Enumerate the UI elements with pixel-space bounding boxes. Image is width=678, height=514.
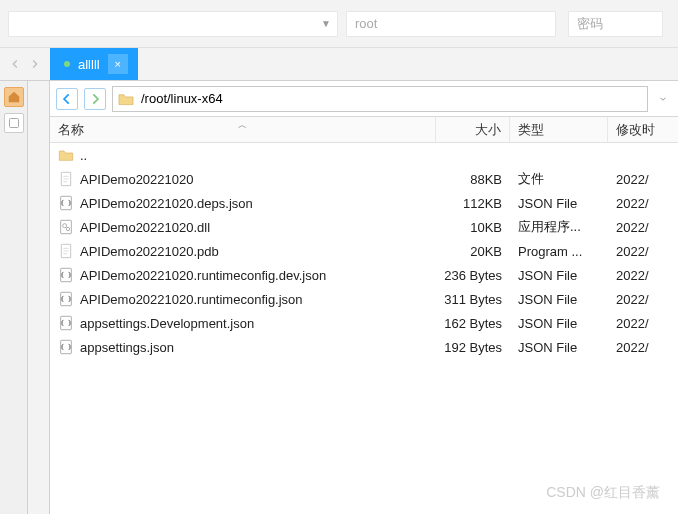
file-type-cell: 文件 (510, 167, 608, 191)
file-icon (58, 243, 74, 259)
column-modified[interactable]: 修改时 (608, 117, 678, 142)
sidebar-secondary-icon[interactable] (4, 113, 24, 133)
file-name: APIDemo20221020.runtimeconfig.json (80, 292, 303, 307)
tab-bar-empty (138, 48, 678, 80)
file-row[interactable]: APIDemo20221020.runtimeconfig.dev.json23… (50, 263, 678, 287)
path-dropdown-button[interactable] (654, 94, 672, 104)
file-date-cell: 2022/ (608, 287, 678, 311)
password-placeholder: 密码 (577, 15, 603, 33)
file-size-cell: 311 Bytes (436, 287, 510, 311)
column-size-label: 大小 (475, 121, 501, 139)
file-row[interactable]: appsettings.Development.json162 BytesJSO… (50, 311, 678, 335)
folder-icon (117, 92, 135, 106)
file-name-cell: appsettings.json (50, 335, 436, 359)
json-icon (58, 339, 74, 355)
json-icon (58, 315, 74, 331)
file-name-cell: APIDemo20221020.pdb (50, 239, 436, 263)
tab-nav-arrows (0, 48, 50, 80)
column-type[interactable]: 类型 (510, 117, 608, 142)
folder-up-icon (58, 147, 74, 163)
file-name-cell: APIDemo20221020.dll (50, 215, 436, 239)
file-size-cell: 88KB (436, 167, 510, 191)
file-type-cell: JSON File (510, 335, 608, 359)
nav-back-button[interactable] (56, 88, 78, 110)
file-name-cell: APIDemo20221020.deps.json (50, 191, 436, 215)
file-date-cell: 2022/ (608, 335, 678, 359)
column-modified-label: 修改时 (616, 121, 655, 139)
file-date-cell: 2022/ (608, 167, 678, 191)
file-date-cell: 2022/ (608, 239, 678, 263)
sidebar-divider (28, 81, 50, 514)
nav-forward-button[interactable] (84, 88, 106, 110)
file-name: appsettings.json (80, 340, 174, 355)
file-date-cell: 2022/ (608, 191, 678, 215)
file-size-cell: 192 Bytes (436, 335, 510, 359)
file-name: APIDemo20221020.dll (80, 220, 210, 235)
column-type-label: 类型 (518, 121, 544, 139)
file-row[interactable]: APIDemo20221020.deps.json112KBJSON File2… (50, 191, 678, 215)
file-name-cell: appsettings.Development.json (50, 311, 436, 335)
tab-label: alllll (78, 57, 100, 72)
file-row[interactable]: .. (50, 143, 678, 167)
file-date-cell: 2022/ (608, 311, 678, 335)
column-size[interactable]: 大小 (436, 117, 510, 142)
file-type-cell: JSON File (510, 263, 608, 287)
svg-rect-0 (9, 119, 18, 128)
file-icon (58, 171, 74, 187)
tab-row: alllll × (0, 48, 678, 80)
tab-next-icon[interactable] (28, 57, 42, 71)
file-type-cell: Program ... (510, 239, 608, 263)
file-name-cell: APIDemo20221020.runtimeconfig.json (50, 287, 436, 311)
tab-prev-icon[interactable] (8, 57, 22, 71)
file-size-cell: 10KB (436, 215, 510, 239)
file-name: APIDemo20221020.pdb (80, 244, 219, 259)
username-input[interactable]: root (346, 11, 556, 37)
password-input[interactable]: 密码 (568, 11, 663, 37)
dropdown-caret-icon: ▼ (321, 18, 331, 29)
sort-ascending-icon: ︿ (238, 119, 247, 132)
file-type-cell (510, 143, 608, 167)
file-size-cell (436, 143, 510, 167)
tab-alllll[interactable]: alllll × (50, 48, 138, 80)
file-name-cell: APIDemo20221020 (50, 167, 436, 191)
path-input[interactable]: /root/linux-x64 (112, 86, 648, 112)
file-date-cell: 2022/ (608, 263, 678, 287)
file-list: ..APIDemo2022102088KB文件2022/APIDemo20221… (50, 143, 678, 514)
file-size-cell: 20KB (436, 239, 510, 263)
top-toolbar: ▼ root 密码 (0, 0, 678, 48)
file-panel: /root/linux-x64 名称 ︿ 大小 类型 修改时 ..APIDemo… (50, 81, 678, 514)
file-name: APIDemo20221020.runtimeconfig.dev.json (80, 268, 326, 283)
file-size-cell: 162 Bytes (436, 311, 510, 335)
dll-icon (58, 219, 74, 235)
file-name-cell: APIDemo20221020.runtimeconfig.dev.json (50, 263, 436, 287)
json-icon (58, 291, 74, 307)
columns-header: 名称 ︿ 大小 类型 修改时 (50, 117, 678, 143)
home-icon[interactable] (4, 87, 24, 107)
path-bar: /root/linux-x64 (50, 81, 678, 117)
tab-status-dot-icon (64, 61, 70, 67)
tab-close-button[interactable]: × (108, 54, 128, 74)
file-date-cell: 2022/ (608, 215, 678, 239)
file-row[interactable]: APIDemo2022102088KB文件2022/ (50, 167, 678, 191)
column-name-label: 名称 (58, 121, 84, 139)
file-size-cell: 236 Bytes (436, 263, 510, 287)
file-size-cell: 112KB (436, 191, 510, 215)
file-row[interactable]: APIDemo20221020.pdb20KBProgram ...2022/ (50, 239, 678, 263)
connection-dropdown[interactable]: ▼ (8, 11, 338, 37)
main-area: /root/linux-x64 名称 ︿ 大小 类型 修改时 ..APIDemo… (0, 80, 678, 514)
json-icon (58, 195, 74, 211)
file-name: .. (80, 148, 87, 163)
file-row[interactable]: appsettings.json192 BytesJSON File2022/ (50, 335, 678, 359)
json-icon (58, 267, 74, 283)
file-row[interactable]: APIDemo20221020.dll10KB应用程序...2022/ (50, 215, 678, 239)
file-type-cell: JSON File (510, 191, 608, 215)
file-name: APIDemo20221020.deps.json (80, 196, 253, 211)
file-type-cell: JSON File (510, 311, 608, 335)
file-name-cell: .. (50, 143, 436, 167)
file-row[interactable]: APIDemo20221020.runtimeconfig.json311 By… (50, 287, 678, 311)
file-name: APIDemo20221020 (80, 172, 193, 187)
file-type-cell: 应用程序... (510, 215, 608, 239)
file-date-cell (608, 143, 678, 167)
column-name[interactable]: 名称 ︿ (50, 117, 436, 142)
path-text: /root/linux-x64 (141, 91, 223, 106)
